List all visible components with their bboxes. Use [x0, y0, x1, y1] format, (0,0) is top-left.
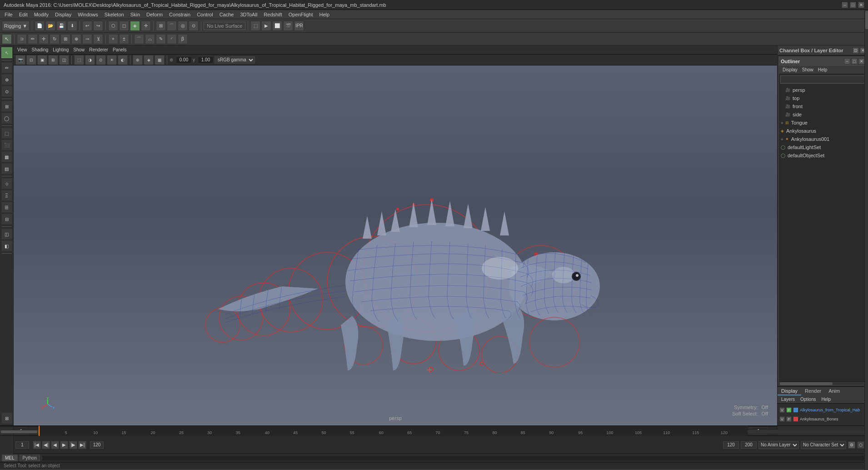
- viewport-input2[interactable]: [198, 56, 214, 64]
- show-hide-btn[interactable]: ⊞: [1, 101, 12, 112]
- command-line-input[interactable]: [42, 455, 866, 461]
- char-set-btn[interactable]: ⬡: [857, 441, 864, 449]
- outliner-search-input[interactable]: [780, 75, 865, 84]
- sculpt-btn[interactable]: ⊕: [1, 74, 12, 85]
- play-forward-btn[interactable]: ▶: [60, 441, 68, 449]
- snap-point-btn[interactable]: ◎: [178, 21, 188, 31]
- menu-help[interactable]: Help: [317, 11, 333, 18]
- quick-layout-btn[interactable]: ⬚: [1, 128, 12, 139]
- mode-dropdown[interactable]: Rigging ▼: [2, 21, 30, 31]
- universal-manip-btn[interactable]: ⊕: [71, 34, 81, 44]
- prev-keyframe-btn[interactable]: ◀|: [42, 441, 50, 449]
- vp-wireframe-btn[interactable]: ⬚: [74, 55, 84, 65]
- layer-color-1[interactable]: [793, 407, 798, 413]
- open-scene-btn[interactable]: 📂: [45, 21, 55, 31]
- outliner-item-front[interactable]: 🎥 front: [779, 102, 867, 110]
- mel-tab[interactable]: MEL: [2, 455, 18, 461]
- menu-modify[interactable]: Modify: [31, 11, 51, 18]
- bezier-btn[interactable]: β: [178, 34, 188, 44]
- outliner-menu-display[interactable]: Display: [781, 67, 799, 73]
- vp-resolution-btn[interactable]: ⊞: [48, 55, 58, 65]
- render-view-btn[interactable]: 🎬: [283, 21, 293, 31]
- select-mode-btn[interactable]: ↖: [1, 47, 12, 58]
- shelf-btn[interactable]: ◫: [1, 229, 12, 240]
- options-menu[interactable]: Options: [798, 396, 818, 402]
- move-tool-btn[interactable]: ✛: [141, 21, 151, 31]
- viewport-canvas[interactable]: X Z Y: [14, 65, 777, 425]
- outliner-item-ankylosaurus[interactable]: ◈ Ankylosaurus: [779, 127, 867, 135]
- right-panel-float-btn[interactable]: ⊡: [853, 47, 859, 54]
- menu-display[interactable]: Display: [52, 11, 74, 18]
- viewport-menu-view[interactable]: View: [15, 47, 29, 53]
- vp-film-gate-btn[interactable]: ▣: [37, 55, 47, 65]
- lasso-select-btn[interactable]: ⊃: [17, 34, 27, 44]
- viewport-menu-lighting[interactable]: Lighting: [51, 47, 70, 53]
- paint-select-btn[interactable]: ✏: [28, 34, 38, 44]
- new-scene-btn[interactable]: 📄: [35, 21, 45, 31]
- vp-smooth-shade-btn[interactable]: ◑: [85, 55, 95, 65]
- ep-curve-btn[interactable]: ⌓: [145, 34, 155, 44]
- outliner-minimize-btn[interactable]: –: [844, 58, 850, 65]
- artisan-btn[interactable]: ⊙: [1, 86, 12, 97]
- tab-display[interactable]: Display: [778, 387, 801, 395]
- layout2-btn[interactable]: ⬛: [1, 140, 12, 150]
- render-region-btn[interactable]: ⬜: [272, 21, 282, 31]
- menu-skin[interactable]: Skin: [128, 11, 143, 18]
- menu-edit[interactable]: Edit: [16, 11, 30, 18]
- viewport-menu-panels[interactable]: Panels: [111, 47, 129, 53]
- menu-cache[interactable]: Cache: [217, 11, 237, 18]
- help-menu-layers[interactable]: Help: [819, 396, 833, 402]
- viewport-input1[interactable]: [176, 56, 192, 64]
- menu-3dtoall[interactable]: 3DToAll: [237, 11, 260, 18]
- import-btn[interactable]: ⬇: [67, 21, 77, 31]
- render-settings-btn[interactable]: ⬚: [250, 21, 260, 31]
- right-panel-scrollbar-v[interactable]: [864, 10, 868, 470]
- time-slider-btn[interactable]: ◧: [1, 240, 12, 251]
- menu-deform[interactable]: Deform: [144, 11, 165, 18]
- layer-editor-btn[interactable]: ⊟: [1, 214, 12, 225]
- character-set-dropdown[interactable]: No Character Set: [801, 441, 846, 449]
- anim-layer-dropdown[interactable]: No Anim Layer: [758, 441, 799, 449]
- layer-color-2[interactable]: [793, 416, 798, 422]
- outliner-menu-help[interactable]: Help: [816, 67, 829, 73]
- menu-skeleton[interactable]: Skeleton: [102, 11, 127, 18]
- outliner-close-btn[interactable]: ✕: [858, 58, 865, 65]
- hypergraph-btn[interactable]: ⊹: [1, 178, 12, 189]
- frame-range-end-input[interactable]: [741, 441, 757, 449]
- grid-btn[interactable]: ⊞: [1, 413, 12, 424]
- menu-control[interactable]: Control: [194, 11, 215, 18]
- select-tool-btn[interactable]: ↖: [2, 34, 12, 44]
- menu-openflight[interactable]: OpenFlight: [286, 11, 316, 18]
- outliner-item-top[interactable]: 🎥 top: [779, 94, 867, 102]
- layer-vis-2[interactable]: V: [779, 416, 785, 422]
- save-scene-btn[interactable]: 💾: [56, 21, 66, 31]
- tab-anim[interactable]: Anim: [825, 387, 843, 395]
- menu-constrain[interactable]: Constrain: [166, 11, 193, 18]
- soft-mod-btn[interactable]: ⊸: [82, 34, 92, 44]
- outliner-item-defaultobjectset[interactable]: ◯ defaultObjectSet: [779, 151, 867, 160]
- timeline-ruler[interactable]: // Ticks will be drawn by JS below 1 5 1…: [39, 426, 748, 436]
- layer-ref-2[interactable]: P: [786, 416, 792, 422]
- paint-effects-btn[interactable]: ✏: [1, 62, 12, 73]
- outliner-maximize-btn[interactable]: □: [851, 58, 858, 65]
- layers-menu[interactable]: Layers: [779, 396, 797, 402]
- menu-file[interactable]: File: [2, 11, 15, 18]
- outliner-item-tongue[interactable]: + ⊞ Tongue: [779, 119, 867, 127]
- redo-btn[interactable]: ↪: [93, 21, 103, 31]
- snap-curve-btn[interactable]: ⌒: [167, 21, 177, 31]
- arc-btn[interactable]: ◜: [167, 34, 177, 44]
- viewport-menu-renderer[interactable]: Renderer: [87, 47, 110, 53]
- attribute-btn[interactable]: Ξ: [1, 190, 12, 201]
- rotate-tool-btn[interactable]: ↻: [50, 34, 60, 44]
- vp-shadow-btn[interactable]: ◐: [118, 55, 128, 65]
- viewport-gamma-dropdown[interactable]: sRGB gamma: [215, 56, 255, 64]
- vp-select-cam-btn[interactable]: 📷: [15, 55, 25, 65]
- select-by-hierarchy-btn[interactable]: ⬡: [108, 21, 118, 31]
- next-keyframe-btn[interactable]: |▶: [69, 441, 77, 449]
- tab-render[interactable]: Render: [801, 387, 825, 395]
- menu-windows[interactable]: Windows: [75, 11, 101, 18]
- minimize-button[interactable]: –: [842, 2, 848, 8]
- scale-tool-btn[interactable]: ⊞: [60, 34, 70, 44]
- go-to-start-btn[interactable]: |◀: [33, 441, 41, 449]
- play-back-btn[interactable]: ◀: [51, 441, 59, 449]
